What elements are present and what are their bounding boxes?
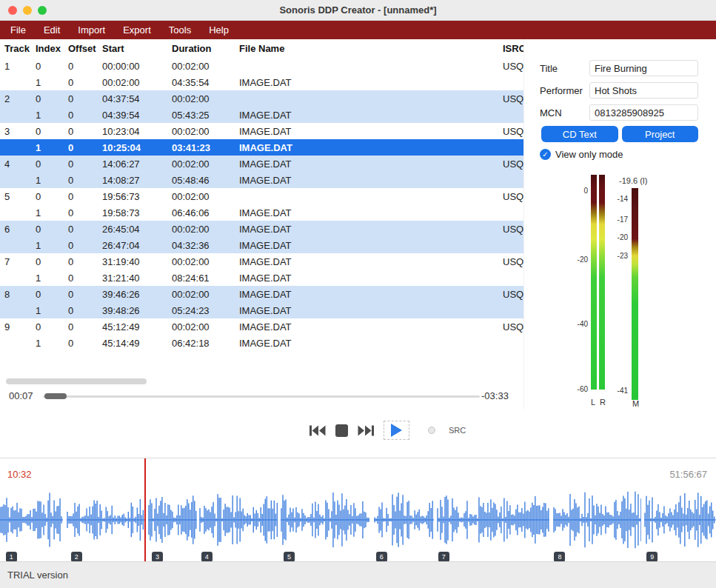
waveform-lane[interactable] <box>0 486 716 554</box>
m-scale-41: -41 <box>607 387 628 395</box>
cell-start: 39:46:26 <box>102 289 172 300</box>
waveform-segment[interactable] <box>374 486 434 554</box>
table-row[interactable]: 1 0 19:58:73 06:46:06 IMAGE.DAT <box>0 204 523 221</box>
table-row[interactable]: 3 0 0 10:23:04 00:02:00 IMAGE.DAT USQ <box>0 123 523 139</box>
playhead[interactable] <box>144 458 146 562</box>
table-row[interactable]: 5 0 0 19:56:73 00:02:00 USQ <box>0 188 523 204</box>
cell-index: 1 <box>36 142 68 153</box>
seek-slider-track[interactable] <box>43 395 480 398</box>
cell-duration: 00:02:00 <box>172 126 239 137</box>
stop-button[interactable] <box>335 424 348 437</box>
window-title: Sonoris DDP Creator - [unnamed*] <box>279 4 436 16</box>
menu-tools[interactable]: Tools <box>160 21 200 39</box>
table-row[interactable]: 1 0 0 00:00:00 00:02:00 USQ <box>0 58 523 74</box>
src-label: SRC <box>449 426 466 435</box>
table-row[interactable]: 8 0 0 39:46:26 00:02:00 IMAGE.DAT USQ <box>0 286 523 302</box>
view-only-mode[interactable]: ✓ View only mode <box>540 149 623 160</box>
cell-index: 0 <box>36 321 68 333</box>
cell-duration: 00:02:00 <box>172 191 239 202</box>
waveform-segment[interactable] <box>67 486 144 554</box>
menu-edit[interactable]: Edit <box>35 21 69 39</box>
channel-label-mono: M <box>632 399 639 408</box>
cell-track: 6 <box>4 224 36 235</box>
cell-track: 4 <box>4 158 36 170</box>
track-badge: 8 <box>554 552 565 562</box>
cell-index: 1 <box>36 110 68 121</box>
close-button[interactable] <box>8 6 17 15</box>
table-row[interactable]: 6 0 0 26:45:04 00:02:00 IMAGE.DAT USQ <box>0 221 523 237</box>
title-field-label: Title <box>540 63 589 74</box>
minimize-button[interactable] <box>23 6 32 15</box>
waveform-segment[interactable] <box>199 486 278 554</box>
cell-start: 26:45:04 <box>102 224 172 235</box>
seek-slider-thumb[interactable] <box>44 393 67 399</box>
src-indicator[interactable] <box>428 427 435 434</box>
cell-filename: IMAGE.DAT <box>239 175 503 186</box>
menu-export[interactable]: Export <box>114 21 160 39</box>
zoom-button[interactable] <box>38 6 47 15</box>
table-row[interactable]: 1 0 10:25:04 03:41:23 IMAGE.DAT <box>0 139 523 156</box>
col-filename: File Name <box>239 43 503 54</box>
table-row[interactable]: 1 0 39:48:26 05:24:23 IMAGE.DAT <box>0 302 523 318</box>
cell-filename: IMAGE.DAT <box>239 142 503 153</box>
cell-start: 19:56:73 <box>102 191 172 202</box>
horizontal-scrollbar[interactable] <box>6 378 147 384</box>
cell-duration: 04:35:54 <box>172 77 239 88</box>
cell-start: 14:06:27 <box>102 158 172 170</box>
stop-icon <box>335 424 348 437</box>
project-button[interactable]: Project <box>622 126 699 142</box>
cell-filename: IMAGE.DAT <box>239 126 503 137</box>
cell-index: 1 <box>36 273 68 284</box>
table-row[interactable]: 1 0 00:02:00 04:35:54 IMAGE.DAT <box>0 74 523 90</box>
mcn-field[interactable] <box>589 104 698 121</box>
waveform-segment[interactable] <box>148 486 197 554</box>
table-row[interactable]: 1 0 14:08:27 05:48:46 IMAGE.DAT <box>0 172 523 188</box>
waveform-segment[interactable] <box>553 486 642 554</box>
cell-isrc: USQ <box>503 256 523 267</box>
col-isrc: ISRC <box>503 43 523 54</box>
lr-scale-0: 0 <box>566 187 588 195</box>
cell-isrc: USQ <box>503 158 523 170</box>
previous-track-button[interactable] <box>310 425 326 436</box>
table-row[interactable]: 1 0 45:14:49 06:42:18 IMAGE.DAT <box>0 335 523 351</box>
metadata-panel: Title Performer MCN CD Text Project ✓ Vi… <box>523 39 716 414</box>
menu-bar: File Edit Import Export Tools Help <box>0 21 716 39</box>
cell-duration: 04:32:36 <box>172 240 239 251</box>
table-row[interactable]: 1 0 31:21:40 08:24:61 IMAGE.DAT <box>0 270 523 286</box>
waveform-segment[interactable] <box>644 486 716 554</box>
track-table-body: 1 0 0 00:00:00 00:02:00 USQ 1 0 00:02:00… <box>0 58 523 351</box>
menu-help[interactable]: Help <box>200 21 238 39</box>
cell-offset: 0 <box>68 273 102 284</box>
waveform-segment[interactable] <box>281 486 369 554</box>
table-row[interactable]: 4 0 0 14:06:27 00:02:00 IMAGE.DAT USQ <box>0 156 523 172</box>
cell-start: 45:14:49 <box>102 338 172 349</box>
next-track-button[interactable] <box>358 425 374 436</box>
menu-file[interactable]: File <box>1 21 35 39</box>
table-row[interactable]: 1 0 26:47:04 04:32:36 IMAGE.DAT <box>0 237 523 253</box>
table-row[interactable]: 7 0 0 31:19:40 00:02:00 IMAGE.DAT USQ <box>0 253 523 270</box>
menu-import[interactable]: Import <box>69 21 114 39</box>
cell-offset: 0 <box>68 126 102 137</box>
cell-track: 3 <box>4 126 36 137</box>
cell-start: 00:00:00 <box>102 61 172 72</box>
cell-start: 39:48:26 <box>102 305 172 316</box>
cell-isrc: USQ <box>503 224 523 235</box>
waveform-segment[interactable] <box>437 486 549 554</box>
track-badge: 4 <box>201 552 213 562</box>
waveform-segment[interactable] <box>0 486 63 554</box>
play-button[interactable] <box>384 421 409 440</box>
cell-offset: 0 <box>68 240 102 251</box>
cell-duration: 00:02:00 <box>172 61 239 72</box>
mcn-field-label: MCN <box>540 107 589 118</box>
play-icon <box>391 424 402 437</box>
table-row[interactable]: 2 0 0 04:37:54 00:02:00 USQ <box>0 90 523 107</box>
cell-filename: IMAGE.DAT <box>239 158 503 170</box>
cd-text-button[interactable]: CD Text <box>541 126 618 142</box>
table-row[interactable]: 9 0 0 45:12:49 00:02:00 IMAGE.DAT USQ <box>0 318 523 335</box>
track-table: Track Index Offset Start Duration File N… <box>0 39 523 414</box>
cell-start: 14:08:27 <box>102 175 172 186</box>
table-row[interactable]: 1 0 04:39:54 05:43:25 IMAGE.DAT <box>0 107 523 123</box>
performer-field[interactable] <box>589 82 698 98</box>
cell-index: 0 <box>36 256 68 267</box>
title-field[interactable] <box>589 60 698 76</box>
